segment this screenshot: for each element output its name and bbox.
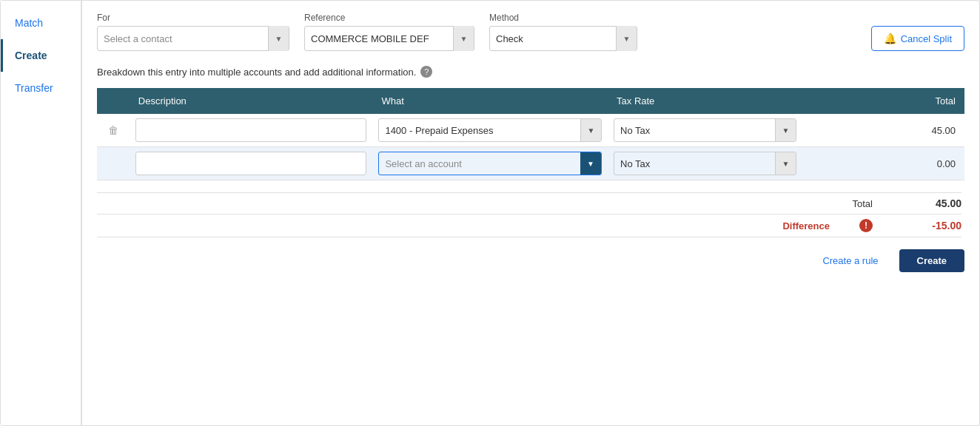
total-row1-value: 45.00	[808, 125, 959, 136]
account-row1-select[interactable]: 1400 - Prepaid Expenses ▼	[378, 118, 602, 142]
account-row2-arrow-icon[interactable]: ▼	[580, 152, 601, 175]
method-dropdown-arrow-icon[interactable]: ▼	[616, 26, 637, 51]
for-contact-select[interactable]: Select a contact ▼	[97, 26, 289, 51]
col-header-total: Total	[802, 88, 964, 114]
description-row1-input[interactable]	[135, 118, 367, 142]
delete-row2-cell	[97, 147, 130, 180]
tab-transfer[interactable]: Transfer	[1, 72, 81, 104]
create-rule-button[interactable]: Create a rule	[813, 249, 887, 272]
method-select[interactable]: Check ▼	[489, 26, 637, 51]
tax-row1-arrow-icon[interactable]: ▼	[775, 118, 796, 142]
main-container: Match Create Transfer For Select a conta…	[0, 0, 980, 426]
table-row: 🗑 1400 - Prepaid Expenses ▼ No Tax	[97, 114, 964, 147]
tax-row2-select[interactable]: No Tax ▼	[614, 152, 796, 175]
method-label: Method	[489, 13, 637, 23]
total-row2-value: 0.00	[808, 158, 959, 169]
delete-row1-icon[interactable]: 🗑	[108, 124, 118, 136]
col-header-icon	[97, 88, 130, 114]
method-value: Check	[496, 33, 616, 44]
total-summary-value: 45.00	[902, 197, 961, 209]
account-row1-value: 1400 - Prepaid Expenses	[379, 125, 580, 136]
reference-select[interactable]: COMMERCE MOBILE DEF ▼	[304, 26, 474, 51]
main-content-area: For Select a contact ▼ Reference COMMERC…	[82, 1, 979, 425]
cancel-split-button[interactable]: 🔔 Cancel Split	[871, 26, 964, 51]
col-header-what: What	[372, 88, 608, 114]
col-header-tax-rate: Tax Rate	[608, 88, 802, 114]
tax-row2-cell: No Tax ▼	[608, 147, 802, 180]
reference-label: Reference	[304, 13, 474, 23]
total-row2-cell: 0.00	[802, 147, 964, 180]
difference-value: -15.00	[902, 220, 961, 231]
tax-row1-select[interactable]: No Tax ▼	[614, 118, 796, 142]
tab-create[interactable]: Create	[1, 39, 81, 72]
difference-label: Difference	[771, 220, 830, 231]
for-field: For Select a contact ▼	[97, 13, 289, 51]
footer-actions: Create a rule Create	[97, 249, 964, 272]
difference-warning-icon: !	[859, 219, 873, 232]
method-field: Method Check ▼	[489, 13, 637, 51]
description-row2-cell	[130, 147, 373, 180]
account-row2-select[interactable]: Select an account ▼	[378, 152, 602, 175]
form-row: For Select a contact ▼ Reference COMMERC…	[97, 13, 964, 51]
reference-field: Reference COMMERCE MOBILE DEF ▼	[304, 13, 474, 51]
what-row1-cell: 1400 - Prepaid Expenses ▼	[372, 114, 608, 147]
delete-row1-cell: 🗑	[97, 114, 130, 147]
tab-navigation: Match Create Transfer	[1, 1, 82, 425]
tab-match[interactable]: Match	[1, 7, 81, 39]
table-row: Select an account ▼ No Tax ▼ 0.00	[97, 147, 964, 180]
split-table: Description What Tax Rate Total 🗑	[97, 88, 964, 180]
account-row2-placeholder: Select an account	[379, 158, 580, 169]
description-row2-input[interactable]	[135, 152, 367, 175]
tax-row1-value: No Tax	[614, 125, 775, 136]
total-summary-label: Total	[813, 198, 873, 209]
description-row1-cell	[130, 114, 373, 147]
for-contact-value: Select a contact	[104, 33, 268, 44]
total-summary-row: Total 45.00	[97, 192, 961, 214]
for-label: For	[97, 13, 289, 23]
tax-row2-value: No Tax	[614, 158, 775, 169]
info-text-row: Breakdown this entry into multiple accou…	[97, 66, 964, 78]
cancel-split-label: Cancel Split	[901, 33, 952, 44]
for-dropdown-arrow-icon[interactable]: ▼	[268, 26, 289, 51]
reference-value: COMMERCE MOBILE DEF	[311, 33, 453, 44]
create-button[interactable]: Create	[899, 249, 964, 272]
total-row1-cell: 45.00	[802, 114, 964, 147]
what-row2-cell: Select an account ▼	[372, 147, 608, 180]
summary-section: Total 45.00 Difference ! -15.00	[97, 192, 964, 237]
help-icon[interactable]: ?	[420, 66, 432, 78]
tax-row1-cell: No Tax ▼	[608, 114, 802, 147]
account-row1-arrow-icon[interactable]: ▼	[580, 118, 601, 142]
difference-summary-row: Difference ! -15.00	[97, 214, 961, 237]
cancel-split-icon: 🔔	[884, 33, 896, 44]
col-header-description: Description	[130, 88, 373, 114]
info-text-content: Breakdown this entry into multiple accou…	[97, 67, 416, 78]
reference-dropdown-arrow-icon[interactable]: ▼	[453, 26, 474, 51]
tax-row2-arrow-icon[interactable]: ▼	[775, 152, 796, 175]
